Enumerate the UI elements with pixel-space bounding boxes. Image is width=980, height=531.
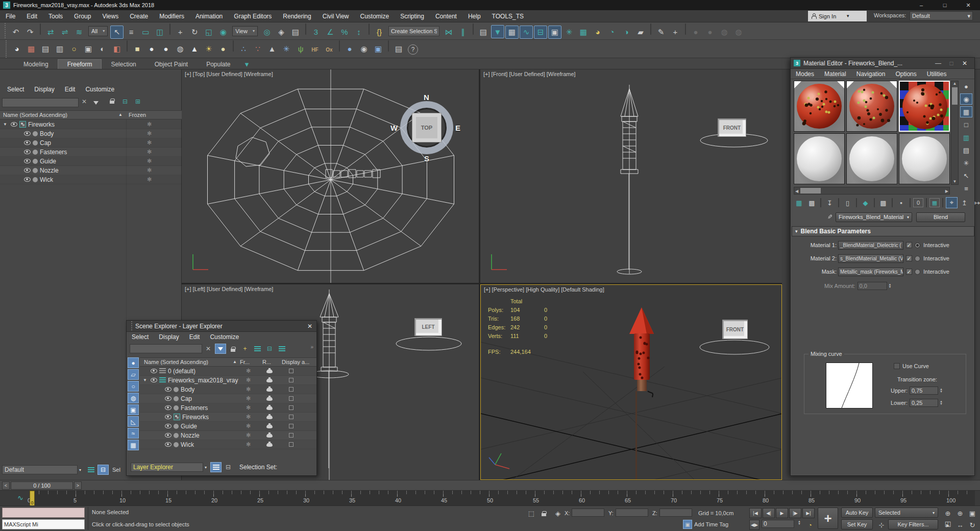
viewport-left-label[interactable]: [+] [Left] [User Defined] [Wireframe] — [185, 286, 273, 292]
visibility-eye-icon[interactable] — [11, 122, 17, 127]
close-button[interactable]: ✕ — [957, 0, 980, 10]
renderable-teapot-icon[interactable] — [266, 377, 273, 384]
frozen-icon[interactable]: ✻ — [147, 139, 152, 146]
frozen-icon[interactable]: ✻ — [147, 121, 152, 128]
options-icon[interactable]: ✳ — [960, 157, 972, 168]
vray-light-icon[interactable]: ○ — [67, 41, 81, 56]
menu-item[interactable]: Create — [124, 10, 154, 22]
schematic-view-icon[interactable]: ⊟ — [534, 26, 547, 39]
object-name[interactable]: Guide — [40, 158, 56, 165]
visibility-eye-icon[interactable] — [24, 168, 31, 173]
layer-row[interactable]: Fireworks ✻ — [140, 413, 316, 422]
display-as-icon[interactable] — [289, 423, 293, 430]
x-coordinate-field[interactable] — [572, 509, 604, 517]
layer-name[interactable]: Guide — [181, 423, 197, 430]
display-as-icon[interactable] — [289, 414, 293, 421]
visibility-eye-icon[interactable] — [165, 387, 172, 392]
viewport-top-label[interactable]: [+] [Top] [User Defined] [Wireframe] — [185, 71, 273, 77]
frozen-column-header[interactable]: Frozen — [129, 112, 146, 118]
separator[interactable] — [942, 198, 943, 207]
rectangular-selection-region-icon[interactable]: ▭ — [139, 26, 152, 39]
search-input[interactable] — [2, 98, 79, 107]
maxscript-mini-listener-pink[interactable] — [2, 508, 85, 518]
layer-row[interactable]: Cap ✻ — [140, 394, 316, 403]
toolbar-grip[interactable] — [4, 22, 7, 39]
use-pivot-point-center-icon[interactable]: ◎ — [260, 26, 274, 39]
put-to-library-icon[interactable]: ▪ — [895, 197, 907, 208]
clipboard-tool-icon[interactable]: ▤ — [392, 41, 405, 57]
sample-tiling-icon[interactable]: □ — [960, 119, 972, 130]
ribbon-tab[interactable]: Object Paint — [145, 60, 197, 69]
menu-item[interactable]: Graph Editors — [228, 10, 277, 22]
show-shaded-material-icon[interactable]: ▩ — [877, 197, 889, 208]
orbit-icon[interactable]: ↻ — [967, 520, 978, 530]
menu-item[interactable]: Rendering — [277, 10, 316, 22]
viewport-front-label[interactable]: [+] [Front] [User Defined] [Wireframe] — [483, 71, 576, 77]
expand-arrow-icon[interactable]: ▼ — [3, 122, 9, 127]
menu-item[interactable]: Modifiers — [154, 10, 190, 22]
show-cameras-icon[interactable]: ▣ — [128, 404, 139, 415]
separator[interactable] — [685, 23, 686, 35]
maximize-button[interactable]: □ — [945, 60, 958, 67]
y-coordinate-field[interactable] — [616, 509, 648, 517]
frozen-icon[interactable]: ✻ — [147, 149, 152, 155]
next-frame-button[interactable]: > — [74, 481, 82, 490]
separator[interactable] — [874, 198, 875, 207]
window-grip[interactable] — [131, 321, 133, 331]
panel-menu-item[interactable]: Display — [29, 86, 59, 93]
material-menu-item[interactable]: Options — [890, 70, 921, 78]
frozen-icon[interactable]: ✻ — [246, 404, 251, 411]
help-icon[interactable]: ? — [408, 44, 418, 55]
zoom-icon[interactable]: ⊕ — [942, 508, 953, 518]
object-name[interactable]: Body — [40, 130, 54, 137]
undo-icon[interactable]: ↶ — [9, 26, 22, 39]
lower-field[interactable]: 0,25 — [910, 399, 938, 407]
separator[interactable] — [892, 198, 893, 207]
menu-item[interactable]: File — [0, 10, 21, 22]
upper-field[interactable]: 0,75 — [910, 387, 938, 395]
object-name[interactable]: Fireworks — [28, 121, 55, 128]
geosphere-primitive-icon[interactable]: ● — [216, 41, 230, 56]
lock-icon[interactable] — [110, 98, 114, 105]
layer-row[interactable]: Guide ✻ — [140, 422, 316, 431]
material-slot-5[interactable] — [846, 133, 897, 184]
add-time-tag[interactable]: Add Time Tag — [694, 521, 728, 527]
visibility-eye-icon[interactable] — [151, 378, 157, 382]
frozen-icon[interactable]: ✻ — [246, 395, 251, 402]
chevron-down-icon[interactable]: ▾ — [205, 465, 207, 470]
material-editor-icon[interactable]: ▣ — [548, 26, 561, 39]
material-menu-item[interactable]: Modes — [791, 70, 819, 78]
grayed-tool-icon[interactable]: ◍ — [718, 26, 731, 39]
render-production-icon[interactable]: ◕ — [591, 25, 604, 38]
layer-row[interactable]: Wick ✻ — [140, 440, 316, 449]
explorer-preset-dropdown[interactable]: Default — [2, 465, 78, 474]
panel-menu-item[interactable]: Select — [2, 86, 29, 93]
show-geometry-icon[interactable]: ▱ — [128, 369, 139, 380]
reference-coordinate-dropdown[interactable]: View▾ — [232, 26, 258, 36]
frozen-icon[interactable]: ✻ — [246, 368, 251, 374]
spinner-arrows[interactable]: ▲▼ — [798, 520, 801, 525]
visibility-eye-icon[interactable] — [165, 424, 172, 428]
interactive-radio[interactable] — [915, 243, 920, 248]
collapse-tree-icon[interactable]: ⊞ — [135, 98, 140, 105]
viewport-front[interactable]: [+] [Front] [User Defined] [Wireframe] F… — [480, 69, 782, 283]
selection-set-dropdown[interactable]: Selected▾ — [875, 508, 938, 518]
show-all-categories-icon[interactable]: ● — [128, 357, 139, 368]
panel-menu-item[interactable]: Edit — [60, 86, 81, 93]
select-and-rotate-icon[interactable]: ↻ — [188, 26, 201, 39]
material-slot-6[interactable] — [899, 133, 950, 184]
metaball-tool-icon[interactable]: ∵ — [251, 41, 264, 57]
grayed-tool-icon[interactable]: ● — [689, 25, 702, 38]
window-crossing-icon[interactable]: ◫ — [153, 26, 166, 39]
name-column-header[interactable]: Name (Sorted Ascending) — [144, 359, 208, 365]
layer-row[interactable]: Nozzle ✻ — [140, 431, 316, 440]
pick-material-from-object-icon[interactable]: ⌖ — [946, 197, 958, 208]
timeline-playhead[interactable]: 0 — [30, 491, 35, 506]
material-slot-2[interactable] — [846, 81, 897, 132]
separator[interactable] — [40, 23, 41, 35]
scene-object-row[interactable]: Nozzle ✻ — [0, 166, 182, 175]
vray-list-icon[interactable]: ▤ — [39, 41, 52, 57]
toggle-ribbon-icon[interactable]: ▦ — [505, 26, 519, 39]
hierarchy-view-icon[interactable]: ⊟ — [97, 465, 109, 475]
separator[interactable] — [169, 23, 170, 35]
